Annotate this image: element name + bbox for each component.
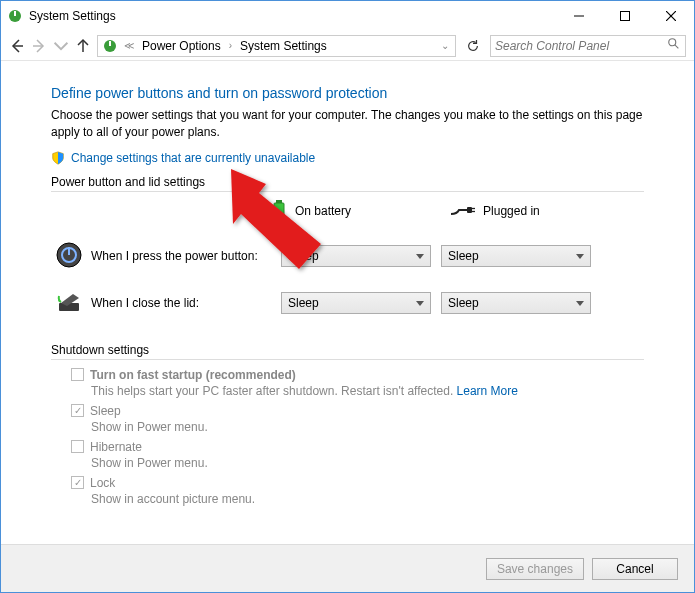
change-settings-link[interactable]: Change settings that are currently unava… (71, 151, 315, 165)
breadcrumb-root-icon[interactable] (102, 38, 118, 54)
power-button-battery-select[interactable]: Sleep (281, 245, 431, 267)
sleep-desc: Show in Power menu. (91, 420, 644, 434)
nav-forward-button[interactable] (31, 38, 47, 54)
sleep-item: Sleep Show in Power menu. (71, 404, 644, 434)
breadcrumb-dropdown[interactable]: ⌄ (437, 40, 453, 51)
svg-point-11 (669, 39, 676, 46)
footer: Save changes Cancel (1, 544, 694, 592)
content-area: Define power buttons and turn on passwor… (1, 61, 694, 522)
svg-rect-1 (14, 11, 16, 16)
titlebar: System Settings (1, 1, 694, 31)
app-icon (7, 8, 23, 24)
shield-icon (51, 151, 65, 165)
search-placeholder: Search Control Panel (495, 39, 609, 53)
svg-rect-14 (274, 203, 284, 219)
minimize-button[interactable] (556, 1, 602, 31)
chevron-right-icon[interactable]: › (227, 40, 234, 51)
power-button-section-title: Power button and lid settings (51, 175, 644, 192)
power-button-row: When I press the power button: Sleep Sle… (51, 233, 644, 280)
lock-checkbox (71, 476, 84, 489)
power-button-icon (55, 258, 83, 272)
plugged-in-label: Plugged in (483, 204, 540, 218)
close-lid-plugged-select[interactable]: Sleep (441, 292, 591, 314)
lock-label: Lock (90, 476, 115, 490)
column-headers: On battery Plugged in (271, 200, 644, 223)
fast-startup-label: Turn on fast startup (recommended) (90, 368, 296, 382)
power-button-table: When I press the power button: Sleep Sle… (51, 233, 644, 327)
sleep-checkbox (71, 404, 84, 417)
cancel-button[interactable]: Cancel (592, 558, 678, 580)
svg-rect-10 (109, 41, 111, 46)
plug-icon (451, 204, 475, 219)
shutdown-section-title: Shutdown settings (51, 343, 644, 360)
close-lid-icon (55, 305, 83, 319)
lock-desc: Show in account picture menu. (91, 492, 644, 506)
power-button-row-label: When I press the power button: (91, 249, 258, 263)
nav-recent-dropdown[interactable] (53, 38, 69, 54)
hibernate-label: Hibernate (90, 440, 142, 454)
change-settings-row: Change settings that are currently unava… (51, 151, 644, 165)
page-heading: Define power buttons and turn on passwor… (51, 85, 644, 101)
refresh-button[interactable] (462, 35, 484, 57)
fast-startup-item: Turn on fast startup (recommended) This … (71, 368, 644, 398)
sleep-label: Sleep (90, 404, 121, 418)
fast-startup-desc: This helps start your PC faster after sh… (91, 384, 644, 398)
fast-startup-checkbox (71, 368, 84, 381)
lock-item: Lock Show in account picture menu. (71, 476, 644, 506)
shutdown-section: Shutdown settings Turn on fast startup (… (51, 343, 644, 506)
svg-rect-15 (467, 207, 472, 213)
hibernate-item: Hibernate Show in Power menu. (71, 440, 644, 470)
window-title: System Settings (29, 9, 556, 23)
hibernate-checkbox (71, 440, 84, 453)
navbar: ≪ Power Options › System Settings ⌄ Sear… (1, 31, 694, 61)
nav-up-button[interactable] (75, 38, 91, 54)
window-controls (556, 1, 694, 31)
on-battery-header: On battery (271, 200, 351, 223)
on-battery-label: On battery (295, 204, 351, 218)
hibernate-desc: Show in Power menu. (91, 456, 644, 470)
close-lid-row: When I close the lid: Sleep Sleep (51, 280, 644, 327)
svg-rect-3 (621, 12, 630, 21)
maximize-button[interactable] (602, 1, 648, 31)
breadcrumb-item-power-options[interactable]: Power Options (138, 37, 225, 55)
nav-back-button[interactable] (9, 38, 25, 54)
breadcrumb-item-system-settings[interactable]: System Settings (236, 37, 331, 55)
breadcrumb[interactable]: ≪ Power Options › System Settings ⌄ (97, 35, 456, 57)
svg-line-12 (675, 45, 679, 49)
close-lid-battery-select[interactable]: Sleep (281, 292, 431, 314)
battery-icon (271, 200, 287, 223)
page-description: Choose the power settings that you want … (51, 107, 644, 141)
search-icon[interactable] (667, 37, 681, 54)
close-button[interactable] (648, 1, 694, 31)
breadcrumb-separator[interactable]: ≪ (122, 40, 136, 51)
close-lid-row-label: When I close the lid: (91, 296, 199, 310)
search-input[interactable]: Search Control Panel (490, 35, 686, 57)
plugged-in-header: Plugged in (451, 204, 540, 219)
learn-more-link[interactable]: Learn More (457, 384, 518, 398)
power-button-plugged-select[interactable]: Sleep (441, 245, 591, 267)
save-changes-button[interactable]: Save changes (486, 558, 584, 580)
